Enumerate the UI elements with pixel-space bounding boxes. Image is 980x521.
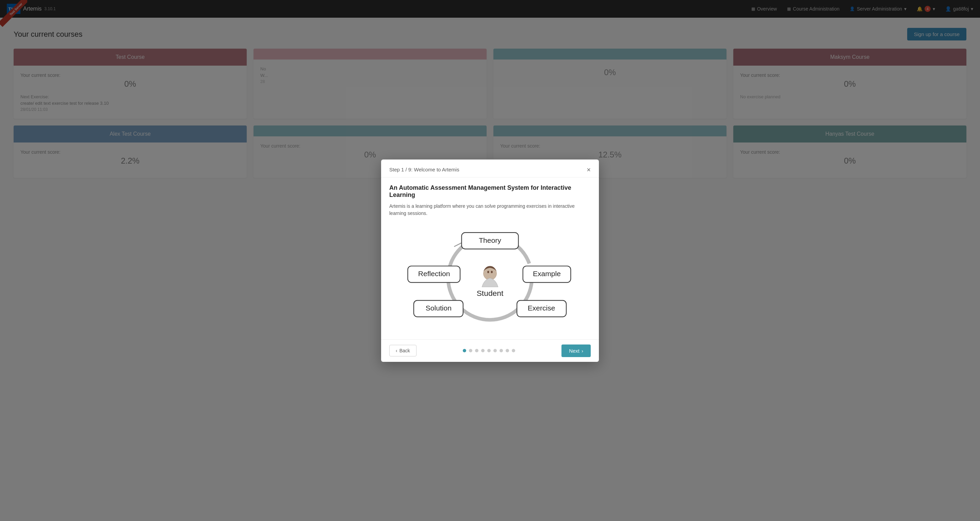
dot-5[interactable] xyxy=(487,349,491,352)
dot-8[interactable] xyxy=(506,349,509,352)
modal-close-button[interactable]: × xyxy=(587,166,591,173)
diagram-container: Theory Example Exercise Solution Reflect… xyxy=(389,224,591,333)
dot-7[interactable] xyxy=(500,349,503,352)
dot-2[interactable] xyxy=(469,349,472,352)
dot-9[interactable] xyxy=(512,349,515,352)
back-label: Back xyxy=(399,348,410,353)
theory-label: Theory xyxy=(479,236,501,244)
dot-3[interactable] xyxy=(475,349,479,352)
dot-1[interactable] xyxy=(463,349,466,352)
next-chevron-icon: › xyxy=(582,348,583,354)
solution-label: Solution xyxy=(426,304,452,312)
modal-step: Step 1 / 9: Welcome to Artemis xyxy=(389,167,460,172)
modal-body: An Automatic Assessment Management Syste… xyxy=(381,178,599,339)
learning-cycle-diagram: Theory Example Exercise Solution Reflect… xyxy=(389,227,591,326)
modal: Step 1 / 9: Welcome to Artemis × An Auto… xyxy=(381,159,599,362)
modal-footer: ‹ Back Next › xyxy=(381,339,599,362)
back-chevron-icon: ‹ xyxy=(396,348,398,353)
exercise-label: Exercise xyxy=(528,304,555,312)
modal-title: An Automatic Assessment Management Syste… xyxy=(389,184,591,199)
student-label: Student xyxy=(477,289,504,297)
next-button[interactable]: Next › xyxy=(562,345,591,357)
reflection-label: Reflection xyxy=(418,270,450,278)
svg-point-9 xyxy=(491,271,493,273)
svg-point-8 xyxy=(487,271,489,273)
example-label: Example xyxy=(533,270,561,278)
next-label: Next xyxy=(569,348,579,354)
modal-overlay: Step 1 / 9: Welcome to Artemis × An Auto… xyxy=(0,0,980,521)
pagination-dots xyxy=(463,349,515,352)
dot-4[interactable] xyxy=(481,349,485,352)
back-button[interactable]: ‹ Back xyxy=(389,345,417,356)
modal-description: Artemis is a learning platform where you… xyxy=(389,203,591,217)
modal-header: Step 1 / 9: Welcome to Artemis × xyxy=(381,159,599,178)
dot-6[interactable] xyxy=(493,349,497,352)
